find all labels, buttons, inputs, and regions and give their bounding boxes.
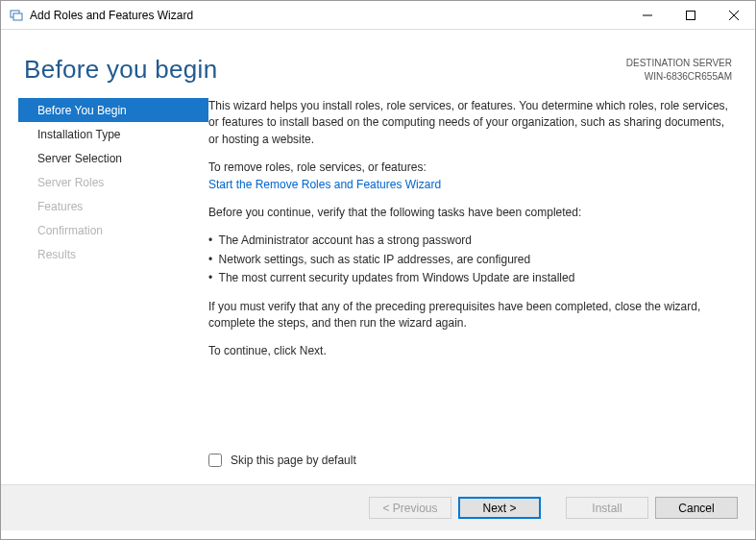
skip-label: Skip this page by default xyxy=(231,453,356,469)
prereq-item: The most current security updates from W… xyxy=(208,270,728,286)
window-title: Add Roles and Features Wizard xyxy=(30,9,193,22)
page-title: Before you begin xyxy=(24,55,217,85)
nav-installation-type[interactable]: Installation Type xyxy=(18,122,208,146)
skip-checkbox[interactable] xyxy=(208,454,222,467)
verify-label: Before you continue, verify that the fol… xyxy=(208,205,728,221)
maximize-button[interactable] xyxy=(669,1,712,29)
remove-roles-link[interactable]: Start the Remove Roles and Features Wiza… xyxy=(208,178,441,191)
remove-label: To remove roles, role services, or featu… xyxy=(208,160,728,176)
svg-rect-1 xyxy=(13,13,22,20)
cancel-button[interactable]: Cancel xyxy=(655,497,738,519)
window-controls xyxy=(625,1,755,29)
destination-label: DESTINATION SERVER xyxy=(626,57,732,70)
nav-features: Features xyxy=(18,194,208,218)
destination-server: DESTINATION SERVER WIN-6836CR655AM xyxy=(626,55,732,83)
nav-confirmation: Confirmation xyxy=(18,218,208,242)
nav-before-you-begin[interactable]: Before You Begin xyxy=(18,98,208,122)
intro-text: This wizard helps you install roles, rol… xyxy=(208,98,728,148)
destination-server-name: WIN-6836CR655AM xyxy=(626,70,732,84)
continue-note: To continue, click Next. xyxy=(208,343,728,359)
verify-note: If you must verify that any of the prece… xyxy=(208,299,728,332)
svg-rect-3 xyxy=(686,11,695,19)
previous-button: < Previous xyxy=(369,497,451,519)
prereq-list: The Administrator account has a strong p… xyxy=(208,233,728,286)
skip-row: Skip this page by default xyxy=(208,453,356,469)
prereq-item: The Administrator account has a strong p… xyxy=(208,233,728,249)
minimize-button[interactable] xyxy=(625,1,669,29)
wizard-footer: < Previous Next > Install Cancel xyxy=(1,484,755,530)
prereq-item: Network settings, such as static IP addr… xyxy=(208,252,728,268)
wizard-nav: Before You Begin Installation Type Serve… xyxy=(18,98,208,484)
nav-server-selection[interactable]: Server Selection xyxy=(18,146,208,170)
app-icon xyxy=(9,8,24,23)
wizard-content: This wizard helps you install roles, rol… xyxy=(208,98,755,484)
next-button[interactable]: Next > xyxy=(458,497,541,519)
install-button: Install xyxy=(566,497,648,519)
nav-server-roles: Server Roles xyxy=(18,170,208,194)
close-button[interactable] xyxy=(712,1,755,29)
title-bar: Add Roles and Features Wizard xyxy=(1,1,755,30)
page-header: Before you begin DESTINATION SERVER WIN-… xyxy=(1,30,755,98)
nav-results: Results xyxy=(18,242,208,266)
